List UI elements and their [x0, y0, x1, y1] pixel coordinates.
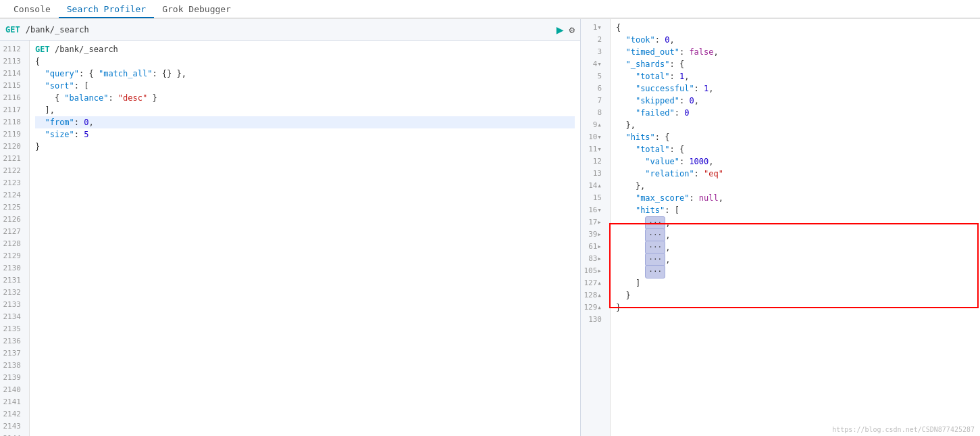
right-line-num: 8	[581, 107, 604, 119]
right-line-num: 16▾	[581, 204, 604, 216]
right-code-line: ···,	[616, 216, 975, 228]
right-code-line: }	[616, 301, 975, 314]
main-content: GET /bank/_search ▶ ⚙ 211221132114211521…	[0, 19, 980, 436]
collapsed-object[interactable]: ···	[645, 241, 665, 254]
right-code-line: ]	[616, 277, 975, 289]
right-code-line	[616, 314, 975, 326]
right-code-line: "relation": "eq"	[616, 168, 975, 180]
right-line-num: 5	[581, 70, 604, 82]
right-code-line: ···,	[616, 228, 975, 241]
right-line-numbers: 1▾234▾56789▴10▾11▾121314▴1516▾17▸39▸61▸8…	[581, 19, 611, 436]
right-line-num: 17▸	[581, 216, 604, 228]
right-code-line: "total": 1,	[616, 70, 975, 82]
right-code-line: ···,	[616, 253, 975, 265]
right-code-line: }	[616, 289, 975, 301]
right-code-line: "total": {	[616, 143, 975, 155]
right-code-line: "successful": 1,	[616, 82, 975, 95]
right-code-line: "failed": 0	[616, 107, 975, 119]
right-code-line: ···,	[616, 241, 975, 253]
collapsed-object[interactable]: ···	[645, 228, 665, 242]
right-code-lines: { "took": 0, "timed_out": false, "_shard…	[611, 19, 980, 436]
right-line-num: 2	[581, 34, 604, 46]
request-bar: GET /bank/_search ▶ ⚙	[0, 19, 580, 41]
run-button[interactable]: ▶	[557, 24, 564, 36]
right-line-num: 7	[581, 95, 604, 107]
right-line-num: 127▴	[581, 277, 604, 289]
right-line-num: 130	[581, 314, 604, 326]
left-code-area[interactable]: 2112211321142115211621172118211921202121…	[0, 41, 580, 436]
right-line-num: 12	[581, 155, 604, 168]
right-line-num: 10▾	[581, 131, 604, 143]
collapsed-object[interactable]: ···	[645, 216, 665, 230]
http-method: GET	[5, 25, 20, 34]
response-area[interactable]: 1▾234▾56789▴10▾11▾121314▴1516▾17▸39▸61▸8…	[581, 19, 980, 436]
collapsed-object[interactable]: ···	[645, 265, 665, 278]
right-line-num: 83▸	[581, 253, 604, 265]
right-line-num: 3	[581, 46, 604, 58]
right-line-num: 128▴	[581, 289, 604, 301]
settings-icon[interactable]: ⚙	[569, 25, 575, 34]
right-line-num: 6	[581, 82, 604, 95]
right-code-line: },	[616, 180, 975, 192]
right-line-num: 129▴	[581, 301, 604, 314]
request-path: /bank/_search	[26, 25, 551, 34]
right-code-line: {	[616, 22, 975, 34]
right-line-num: 11▾	[581, 143, 604, 155]
toolbar-icons: ▶ ⚙	[557, 24, 575, 36]
right-line-num: 61▸	[581, 241, 604, 253]
left-line-numbers: 2112211321142115211621172118211921202121…	[0, 41, 30, 436]
right-line-num: 39▸	[581, 228, 604, 241]
tab-grok-debugger[interactable]: Grok Debugger	[154, 1, 239, 18]
left-pane: GET /bank/_search ▶ ⚙ 211221132114211521…	[0, 19, 581, 436]
tab-search-profiler[interactable]: Search Profiler	[59, 1, 154, 18]
top-nav: Console Search Profiler Grok Debugger	[0, 0, 980, 19]
right-line-num: 14▴	[581, 180, 604, 192]
right-code-line: "max_score": null,	[616, 192, 975, 204]
right-line-num: 15	[581, 192, 604, 204]
right-line-num: 4▾	[581, 58, 604, 70]
right-code-line: "_shards": {	[616, 58, 975, 70]
watermark: https://blog.csdn.net/CSDN877425287	[832, 426, 975, 433]
right-code-line: },	[616, 119, 975, 131]
right-pane: 1▾234▾56789▴10▾11▾121314▴1516▾17▸39▸61▸8…	[581, 19, 980, 436]
collapsed-object[interactable]: ···	[645, 253, 665, 266]
right-line-num: 9▴	[581, 119, 604, 131]
right-line-num: 13	[581, 168, 604, 180]
tab-console[interactable]: Console	[5, 1, 59, 18]
right-code-line: "hits": {	[616, 131, 975, 143]
right-line-num: 105▸	[581, 265, 604, 277]
right-code-line: "hits": [	[616, 204, 975, 216]
right-code-line: "took": 0,	[616, 34, 975, 46]
right-code-line: ···	[616, 265, 975, 277]
right-code-line: "timed_out": false,	[616, 46, 975, 58]
right-code-line: "skipped": 0,	[616, 95, 975, 107]
right-line-num: 1▾	[581, 22, 604, 34]
right-code-line: "value": 1000,	[616, 155, 975, 168]
left-code-lines[interactable]: GET /bank/_search{ "query": { "match_all…	[30, 41, 580, 436]
